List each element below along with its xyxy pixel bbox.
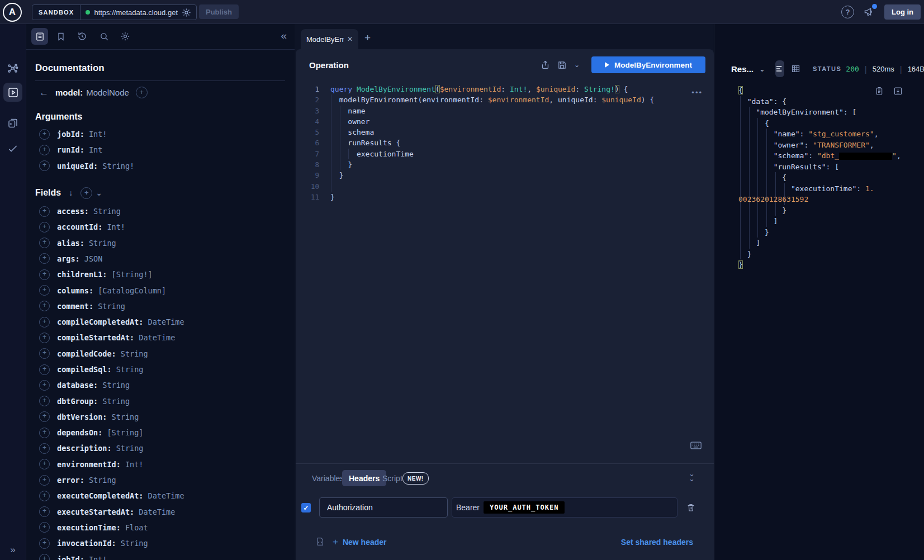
add-to-query-plus-icon[interactable]: + <box>39 522 50 533</box>
add-to-query-plus-icon[interactable]: + <box>39 491 50 501</box>
add-to-query-plus-icon[interactable]: + <box>39 285 50 296</box>
add-to-query-plus-icon[interactable]: + <box>39 145 50 155</box>
field-signature[interactable]: args: JSON <box>57 254 102 263</box>
new-tab-plus-icon[interactable]: + <box>364 32 371 44</box>
tab-headers[interactable]: Headers <box>342 470 386 486</box>
field-signature[interactable]: error: String <box>57 476 116 485</box>
help-icon[interactable]: ? <box>841 6 854 18</box>
add-to-query-plus-icon[interactable]: + <box>39 475 50 486</box>
header-enabled-checkbox[interactable]: ✓ <box>301 503 311 512</box>
settings-tab-icon[interactable] <box>117 28 134 45</box>
field-signature[interactable]: childrenL1: [String!] <box>57 270 153 279</box>
field-signature[interactable]: environmentId: Int! <box>57 460 143 469</box>
delete-header-trash-icon[interactable] <box>686 502 695 512</box>
field-signature[interactable]: accountId: Int! <box>57 222 125 231</box>
field-signature[interactable]: executeCompletedAt: DateTime <box>57 491 184 500</box>
editor-line[interactable]: 3 name <box>296 106 714 116</box>
field-signature[interactable]: comment: String <box>57 302 125 311</box>
table-view-button[interactable] <box>791 60 800 77</box>
editor-line[interactable]: 1query ModelByEnvironment($environmentId… <box>296 84 714 94</box>
field-signature[interactable]: access: String <box>57 207 121 216</box>
header-value-input[interactable]: Bearer YOUR_AUTH_TOKEN <box>452 497 677 518</box>
bookmarks-tab-icon[interactable] <box>53 28 69 45</box>
download-response-icon[interactable] <box>893 86 903 96</box>
share-operation-icon[interactable] <box>541 60 550 70</box>
search-tab-icon[interactable] <box>96 28 112 45</box>
add-to-query-plus-icon[interactable]: + <box>39 364 50 375</box>
query-editor[interactable]: 1query ModelByEnvironment($environmentId… <box>296 84 714 363</box>
apollo-logo[interactable]: A <box>3 3 22 22</box>
add-to-query-plus-icon[interactable]: + <box>39 428 50 438</box>
header-key-input[interactable]: Authorization <box>319 497 448 518</box>
operation-collection-icon[interactable] <box>7 117 19 129</box>
response-dropdown-chevron-icon[interactable]: ⌄ <box>759 65 765 73</box>
explorer-icon[interactable] <box>3 83 22 102</box>
response-json[interactable]: { "data": { "modelByEnvironment": [ { "n… <box>738 85 922 270</box>
schema-graph-icon[interactable] <box>7 63 19 75</box>
close-tab-icon[interactable]: ✕ <box>347 35 353 43</box>
tab-variables[interactable]: Variables <box>312 470 344 486</box>
add-to-query-plus-icon[interactable]: + <box>39 238 50 248</box>
field-signature[interactable]: compiledSql: String <box>57 365 143 374</box>
response-title[interactable]: Res... <box>731 64 754 74</box>
field-signature[interactable]: database: String <box>57 381 130 390</box>
editor-line[interactable]: 9 } <box>296 170 714 181</box>
field-signature[interactable]: runId: Int <box>57 145 102 154</box>
endpoint-url-input[interactable]: https://metadata.cloud.get <box>94 8 178 17</box>
operation-menu-ellipsis-icon[interactable]: ••• <box>691 88 703 97</box>
publish-button[interactable]: Publish <box>199 4 239 19</box>
set-shared-headers-link[interactable]: Set shared headers <box>621 538 693 547</box>
field-signature[interactable]: description: String <box>57 444 143 453</box>
add-to-query-plus-icon[interactable]: + <box>39 396 50 406</box>
save-operation-icon[interactable] <box>557 60 567 70</box>
tab-script[interactable]: Script <box>382 470 402 486</box>
field-signature[interactable]: compileStartedAt: DateTime <box>57 333 175 342</box>
save-options-chevron-icon[interactable]: ⌄ <box>574 61 580 69</box>
add-field-plus-icon[interactable]: + <box>136 87 148 98</box>
copy-response-icon[interactable] <box>875 86 884 96</box>
add-to-query-plus-icon[interactable]: + <box>39 348 50 359</box>
field-signature[interactable]: executionTime: Float <box>57 523 148 532</box>
add-to-query-plus-icon[interactable]: + <box>39 459 50 469</box>
add-to-query-plus-icon[interactable]: + <box>39 129 50 140</box>
operation-tab[interactable]: ModelByEnvi... ✕ <box>301 29 358 49</box>
add-to-query-plus-icon[interactable]: + <box>39 506 50 517</box>
announcements-megaphone-icon[interactable] <box>863 6 875 17</box>
add-to-query-plus-icon[interactable]: + <box>39 443 50 454</box>
field-signature[interactable]: compileCompletedAt: DateTime <box>57 317 184 326</box>
endpoint-url-cell[interactable]: https://metadata.cloud.get <box>80 8 196 17</box>
add-to-query-plus-icon[interactable]: + <box>39 206 50 217</box>
endpoint-settings-gear-icon[interactable] <box>182 8 191 17</box>
field-signature[interactable]: executeStartedAt: DateTime <box>57 507 175 516</box>
editor-line[interactable]: 4 owner <box>296 116 714 127</box>
add-to-query-plus-icon[interactable]: + <box>39 380 50 391</box>
add-to-query-plus-icon[interactable]: + <box>39 317 50 328</box>
field-signature[interactable]: columns: [CatalogColumn] <box>57 286 166 295</box>
sort-fields-icon[interactable]: ↓ <box>69 188 73 197</box>
editor-line[interactable]: 6 runResults { <box>296 137 714 148</box>
raw-view-button[interactable] <box>775 60 784 77</box>
field-signature[interactable]: dbtGroup: String <box>57 397 130 406</box>
field-signature[interactable]: alias: String <box>57 239 116 248</box>
add-to-query-plus-icon[interactable]: + <box>39 160 50 171</box>
editor-line[interactable]: 8 } <box>296 159 714 170</box>
documentation-tab-icon[interactable] <box>31 28 48 45</box>
field-signature[interactable]: jobId: Int! <box>57 555 107 560</box>
new-header-button[interactable]: + New header <box>333 537 387 548</box>
keyboard-shortcuts-icon[interactable] <box>690 442 702 449</box>
editor-line[interactable]: 7 executionTime <box>296 149 714 159</box>
editor-line[interactable]: 11} <box>296 192 714 202</box>
add-to-query-plus-icon[interactable]: + <box>39 538 50 549</box>
editor-line[interactable]: 2 modelByEnvironment(environmentId: $env… <box>296 94 714 105</box>
add-to-query-plus-icon[interactable]: + <box>39 411 50 422</box>
add-to-query-plus-icon[interactable]: + <box>39 554 50 560</box>
login-button[interactable]: Log in <box>884 4 921 20</box>
editor-line[interactable]: 5 schema <box>296 127 714 137</box>
field-signature[interactable]: invocationId: String <box>57 539 148 548</box>
add-to-query-plus-icon[interactable]: + <box>39 269 50 280</box>
add-to-query-plus-icon[interactable]: + <box>39 301 50 311</box>
field-signature[interactable]: uniqueId: String! <box>57 162 134 170</box>
field-signature[interactable]: dbtVersion: String <box>57 412 139 421</box>
fields-options-chevron-icon[interactable]: ⌄ <box>96 188 102 197</box>
history-tab-icon[interactable] <box>74 28 91 45</box>
